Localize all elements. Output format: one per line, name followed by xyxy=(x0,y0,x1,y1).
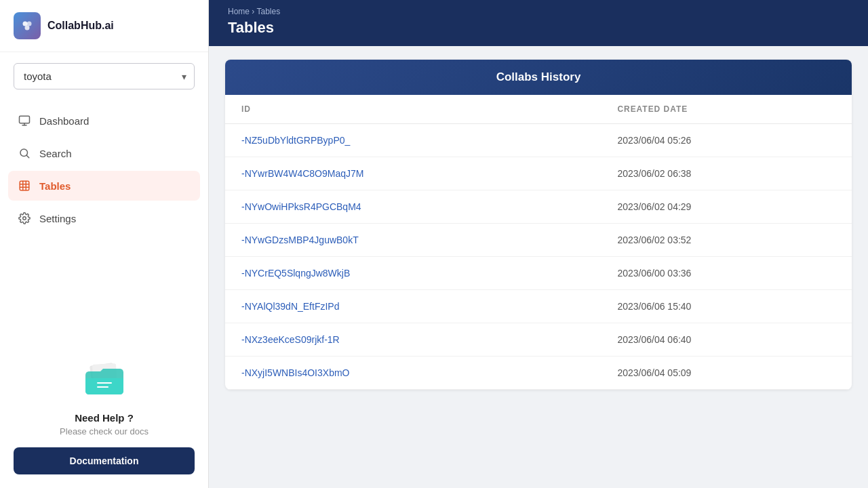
svg-rect-3 xyxy=(20,116,30,123)
cell-id: -NYCrEQ5SlqngJw8WkjB xyxy=(225,257,601,290)
sidebar-item-tables-label: Tables xyxy=(39,180,71,192)
content-area: Collabs History ID CREATED DATE -NZ5uDbY… xyxy=(209,46,868,488)
table-header-row: ID CREATED DATE xyxy=(225,95,852,124)
cell-created-date: 2023/06/06 15:40 xyxy=(601,290,852,323)
cell-created-date: 2023/06/02 06:38 xyxy=(601,157,852,190)
org-dropdown-wrapper: toyota ▾ xyxy=(14,63,195,89)
svg-point-6 xyxy=(20,149,28,157)
cell-id: -NZ5uDbYldtGRPBypP0_ xyxy=(225,124,601,157)
column-header-id: ID xyxy=(225,95,601,124)
column-header-created-date: CREATED DATE xyxy=(601,95,852,124)
table-header-bar: Collabs History xyxy=(225,60,852,95)
search-icon xyxy=(18,146,31,160)
svg-point-13 xyxy=(23,217,26,220)
collabs-history-table: Collabs History ID CREATED DATE -NZ5uDbY… xyxy=(225,60,852,390)
table-row[interactable]: -NXz3eeKceS09rjkf-1R2023/06/04 06:40 xyxy=(225,323,852,357)
cell-id: -NYwOwiHPksR4PGCBqM4 xyxy=(225,190,601,224)
cell-created-date: 2023/06/02 03:52 xyxy=(601,224,852,257)
table-row[interactable]: -NYwOwiHPksR4PGCBqM42023/06/02 04:29 xyxy=(225,190,852,224)
svg-point-2 xyxy=(25,26,30,30)
svg-point-1 xyxy=(27,22,32,26)
table-row[interactable]: -NZ5uDbYldtGRPBypP0_2023/06/04 05:26 xyxy=(225,124,852,157)
org-dropdown[interactable]: toyota xyxy=(14,63,195,89)
sidebar-item-settings[interactable]: Settings xyxy=(8,203,200,233)
data-table: ID CREATED DATE -NZ5uDbYldtGRPBypP0_2023… xyxy=(225,95,852,390)
cell-created-date: 2023/06/04 05:26 xyxy=(601,124,852,157)
table-head: ID CREATED DATE xyxy=(225,95,852,124)
sidebar-item-search[interactable]: Search xyxy=(8,138,200,168)
sidebar-item-dashboard-label: Dashboard xyxy=(39,115,89,127)
main-content: Home › Tables Tables Collabs History ID … xyxy=(209,0,868,488)
cell-id: -NXyjI5WNBIs4OI3XbmO xyxy=(225,357,601,390)
svg-rect-8 xyxy=(20,181,29,190)
org-dropdown-area: toyota ▾ xyxy=(0,52,208,100)
breadcrumb-home[interactable]: Home xyxy=(228,7,250,16)
sidebar-item-tables[interactable]: Tables xyxy=(8,171,200,201)
table-row[interactable]: -NYwrBW4W4C8O9MaqJ7M2023/06/02 06:38 xyxy=(225,157,852,190)
documentation-button[interactable]: Documentation xyxy=(14,447,195,474)
help-title: Need Help ? xyxy=(75,412,134,424)
cell-created-date: 2023/06/04 06:40 xyxy=(601,323,852,357)
cell-created-date: 2023/06/02 04:29 xyxy=(601,190,852,224)
logo-area: CollabHub.ai xyxy=(0,0,208,52)
breadcrumb-current: Tables xyxy=(256,7,280,16)
sidebar-nav: Dashboard Search Tables xyxy=(0,100,208,239)
cell-id: -NYwGDzsMBP4JguwB0kT xyxy=(225,224,601,257)
cell-id: -NXz3eeKceS09rjkf-1R xyxy=(225,323,601,357)
app-name: CollabHub.ai xyxy=(47,20,114,32)
table-icon xyxy=(18,179,31,192)
page-title: Tables xyxy=(228,19,849,37)
app-logo-icon xyxy=(14,12,41,39)
sidebar-item-dashboard[interactable]: Dashboard xyxy=(8,106,200,136)
sidebar-item-settings-label: Settings xyxy=(39,213,76,224)
help-subtitle: Please check our docs xyxy=(60,426,149,436)
svg-point-0 xyxy=(23,22,28,26)
table-row[interactable]: -NXyjI5WNBIs4OI3XbmO2023/06/04 05:09 xyxy=(225,357,852,390)
cell-created-date: 2023/06/00 03:36 xyxy=(601,257,852,290)
help-illustration xyxy=(77,351,132,405)
table-body: -NZ5uDbYldtGRPBypP0_2023/06/04 05:26-NYw… xyxy=(225,124,852,390)
cell-id: -NYAlQl39dN_EftFzIPd xyxy=(225,290,601,323)
settings-icon xyxy=(18,211,31,225)
sidebar-item-search-label: Search xyxy=(39,148,72,159)
monitor-icon xyxy=(18,114,31,127)
cell-id: -NYwrBW4W4C8O9MaqJ7M xyxy=(225,157,601,190)
cell-created-date: 2023/06/04 05:09 xyxy=(601,357,852,390)
table-row[interactable]: -NYCrEQ5SlqngJw8WkjB2023/06/00 03:36 xyxy=(225,257,852,290)
svg-line-7 xyxy=(26,155,28,157)
breadcrumb: Home › Tables xyxy=(228,7,849,16)
table-row[interactable]: -NYwGDzsMBP4JguwB0kT2023/06/02 03:52 xyxy=(225,224,852,257)
help-section: Need Help ? Please check our docs Docume… xyxy=(0,338,208,488)
sidebar: CollabHub.ai toyota ▾ Dashboard xyxy=(0,0,209,488)
page-header: Home › Tables Tables xyxy=(209,0,868,46)
table-title: Collabs History xyxy=(496,70,581,83)
table-row[interactable]: -NYAlQl39dN_EftFzIPd2023/06/06 15:40 xyxy=(225,290,852,323)
